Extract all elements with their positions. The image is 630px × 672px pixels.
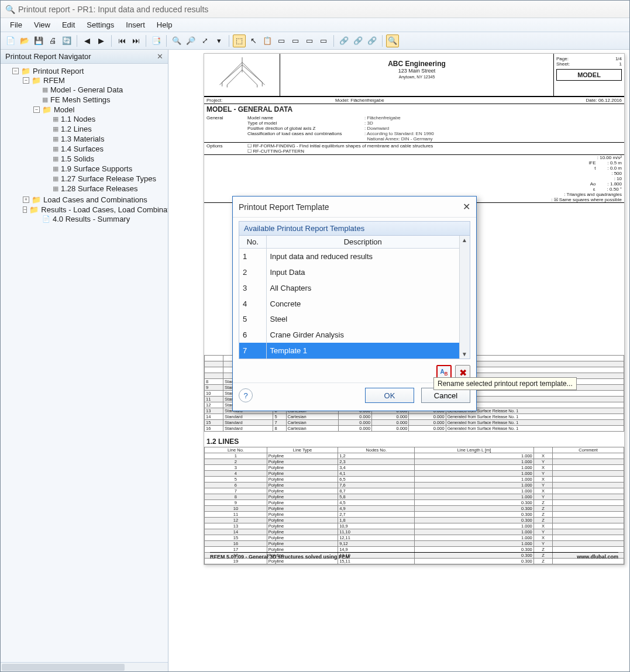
delete-icon: ✖ bbox=[459, 367, 467, 378]
tree-root[interactable]: Printout Report bbox=[33, 67, 84, 75]
refresh-button[interactable]: 🔄 bbox=[60, 35, 73, 47]
template-list[interactable]: No. Description 1Input data and reduced … bbox=[239, 236, 459, 359]
nav-prev-icon: ▶ bbox=[98, 36, 104, 45]
zoom-in-button[interactable]: 🔍 bbox=[170, 35, 183, 47]
find-icon: 🔍 bbox=[388, 36, 397, 45]
navigator-header: Printout Report Navigator ✕ bbox=[1, 50, 168, 64]
model-name: Flächenfreigabe bbox=[350, 98, 384, 103]
dialog-close-icon[interactable]: ✕ bbox=[463, 201, 470, 212]
tree-item[interactable]: 1.4 Surfaces bbox=[61, 144, 104, 153]
menu-view[interactable]: View bbox=[29, 19, 55, 30]
open-button[interactable]: 📂 bbox=[18, 35, 31, 47]
tree-item[interactable]: 1.1 Nodes bbox=[61, 115, 95, 123]
save-button[interactable]: 💾 bbox=[32, 35, 45, 47]
menu-settings[interactable]: Settings bbox=[82, 19, 119, 30]
menu-edit[interactable]: Edit bbox=[57, 19, 80, 30]
company-addr1: 123 Main Street bbox=[398, 68, 436, 74]
model-box: MODEL bbox=[556, 69, 622, 81]
new-button[interactable]: 📄 bbox=[4, 35, 17, 47]
navigator-title: Printout Report Navigator bbox=[5, 52, 91, 61]
window-title: Printout report - PR1: Input data and re… bbox=[18, 5, 208, 14]
template-row[interactable]: 1Input data and reduced results bbox=[239, 249, 459, 264]
sheet4-icon: ▭ bbox=[320, 36, 327, 45]
tree-item[interactable]: 1.5 Solids bbox=[61, 154, 94, 163]
menu-insert[interactable]: Insert bbox=[121, 19, 150, 30]
find-button[interactable]: 🔍 bbox=[386, 35, 399, 47]
date-value: 06.12.2016 bbox=[598, 98, 622, 103]
general-label: General bbox=[206, 115, 247, 142]
zoom-in-icon: 🔍 bbox=[172, 36, 181, 45]
tree-item[interactable]: 1.28 Surface Releases bbox=[61, 184, 138, 193]
tree-item[interactable]: Model - General Data bbox=[50, 85, 123, 94]
navigator-tree[interactable]: −📁Printout Report −📁RFEM ▦Model - Genera… bbox=[1, 64, 168, 662]
print-icon: 🖨 bbox=[49, 36, 57, 45]
zoom-out-button[interactable]: 🔎 bbox=[184, 35, 197, 47]
template-row[interactable]: 2Input Data bbox=[239, 264, 459, 280]
tree-rfem[interactable]: RFEM bbox=[43, 76, 65, 85]
page-icon: 📑 bbox=[152, 36, 161, 45]
template-row[interactable]: 6Crane Girder Analysis bbox=[239, 327, 459, 343]
tent-icon bbox=[216, 57, 268, 92]
print-button[interactable]: 🖨 bbox=[46, 35, 59, 47]
template-row[interactable]: 4Concrete bbox=[239, 296, 459, 312]
dialog-title: Printout Report Template bbox=[239, 202, 329, 212]
ok-button[interactable]: OK bbox=[365, 388, 414, 403]
tree-item[interactable]: 1.9 Surface Supports bbox=[61, 164, 132, 173]
cursor-button[interactable]: ↖ bbox=[247, 35, 260, 47]
zoom-fit-button[interactable]: ⤢ bbox=[198, 35, 211, 47]
tree-item[interactable]: 1.2 Lines bbox=[61, 125, 92, 133]
link3-button[interactable]: 🔗 bbox=[366, 35, 378, 47]
section-lines: 1.2 LINES bbox=[204, 436, 624, 447]
nav-back-button[interactable]: ⏮ bbox=[115, 35, 128, 47]
menu-help[interactable]: Help bbox=[152, 19, 177, 30]
sheet4-button[interactable]: ▭ bbox=[317, 35, 330, 47]
zoom-drop-icon: ▾ bbox=[217, 36, 221, 45]
tree-results[interactable]: Results - Load Cases, Load Combinations bbox=[41, 205, 168, 214]
navigator-close-icon[interactable]: ✕ bbox=[157, 52, 163, 61]
nav-first-icon: ◀ bbox=[84, 36, 90, 45]
tree-item[interactable]: 1.3 Materials bbox=[61, 135, 104, 143]
page-button[interactable]: 📑 bbox=[150, 35, 163, 47]
template-row[interactable]: 3All Chapters bbox=[239, 280, 459, 296]
refresh-icon: 🔄 bbox=[62, 36, 71, 45]
nav-first-button[interactable]: ◀ bbox=[81, 35, 94, 47]
template-scrollbar[interactable] bbox=[459, 236, 470, 359]
tree-item[interactable]: 4.0 Results - Summary bbox=[53, 215, 130, 223]
menu-bar: FileViewEditSettingsInsertHelp bbox=[1, 18, 629, 32]
sheet3-icon: ▭ bbox=[306, 36, 313, 45]
sheet2-icon: ▭ bbox=[292, 36, 299, 45]
save-icon: 💾 bbox=[34, 36, 43, 45]
zoom-out-icon: 🔎 bbox=[186, 36, 195, 45]
sheet3-button[interactable]: ▭ bbox=[303, 35, 316, 47]
rename-tooltip: Rename selected printout report template… bbox=[433, 377, 577, 390]
tree-loadcases[interactable]: Load Cases and Combinations bbox=[43, 195, 147, 204]
nav-prev-button[interactable]: ▶ bbox=[95, 35, 108, 47]
sheet1-button[interactable]: ▭ bbox=[275, 35, 288, 47]
col-no: No. bbox=[239, 236, 266, 249]
link2-button[interactable]: 🔗 bbox=[352, 35, 364, 47]
navigator-hscroll[interactable] bbox=[1, 662, 168, 671]
link2-icon: 🔗 bbox=[353, 36, 363, 45]
tree-item[interactable]: 1.27 Surface Release Types bbox=[61, 174, 156, 183]
col-desc: Description bbox=[266, 236, 459, 249]
select-arrow-button[interactable]: ⬚ bbox=[233, 35, 246, 47]
copy-button[interactable]: 📋 bbox=[261, 35, 274, 47]
dialog-group-title: Available Printout Report Templates bbox=[239, 222, 470, 236]
template-row[interactable]: 5Steel bbox=[239, 311, 459, 327]
template-row[interactable]: 7Template 1 bbox=[239, 343, 459, 359]
select-arrow-icon: ⬚ bbox=[236, 36, 243, 45]
nav-next-button[interactable]: ⏭ bbox=[129, 35, 142, 47]
tree-model[interactable]: Model bbox=[54, 105, 74, 114]
menu-file[interactable]: File bbox=[5, 19, 27, 30]
lines-table: Line No.Line TypeNodes No.Line Length L … bbox=[204, 447, 624, 564]
link3-icon: 🔗 bbox=[367, 36, 377, 45]
link1-icon: 🔗 bbox=[339, 36, 349, 45]
sheet2-button[interactable]: ▭ bbox=[289, 35, 302, 47]
zoom-drop-button[interactable]: ▾ bbox=[212, 35, 225, 47]
help-button[interactable]: ? bbox=[239, 388, 253, 402]
project-label: Project: bbox=[206, 98, 335, 103]
app-icon: 🔍 bbox=[5, 5, 15, 14]
link1-button[interactable]: 🔗 bbox=[338, 35, 350, 47]
footer-right: www.dlubal.com bbox=[577, 554, 618, 560]
tree-item[interactable]: FE Mesh Settings bbox=[50, 95, 111, 104]
